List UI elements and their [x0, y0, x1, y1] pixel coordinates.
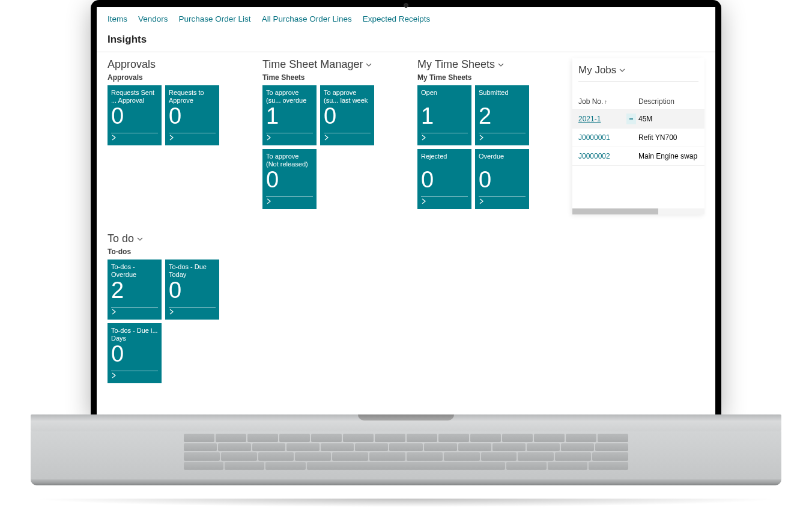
tile-requests-sent[interactable]: Requests Sent ... Approval 0	[108, 85, 162, 145]
nav-items[interactable]: Items	[108, 14, 127, 23]
chevron-down-icon	[365, 59, 372, 71]
chevron-right-icon	[421, 196, 427, 207]
section-todo-title[interactable]: To do	[108, 232, 704, 245]
chevron-right-icon	[111, 306, 117, 317]
chevron-down-icon	[619, 65, 626, 77]
tile-divider	[324, 133, 371, 133]
jobs-header: Job No.↑ Description	[572, 97, 704, 110]
tile-approve-overdue[interactable]: To approve (su... overdue 1	[262, 85, 317, 145]
insights-bar: Insights	[97, 30, 715, 52]
jobs-table: Job No.↑ Description 2021-1 45M J0000001…	[572, 97, 704, 166]
tile-label: Submitted	[479, 89, 526, 105]
laptop-shadow	[31, 499, 781, 507]
row-menu-icon[interactable]	[626, 132, 636, 143]
chevron-right-icon	[421, 132, 427, 143]
tile-submitted[interactable]: Submitted 2	[475, 85, 529, 145]
tile-divider	[421, 196, 468, 197]
tile-label: To approve (su... last week	[324, 89, 371, 105]
tile-divider	[111, 307, 158, 308]
section-approvals-subtitle: Approvals	[108, 73, 258, 82]
tile-value: 0	[421, 168, 468, 191]
chevron-right-icon	[169, 132, 175, 143]
section-mts-subtitle: My Time Sheets	[417, 73, 568, 82]
tile-value: 1	[266, 105, 313, 127]
nav-purchase-order-list[interactable]: Purchase Order List	[179, 14, 251, 23]
tile-divider	[421, 133, 468, 133]
section-tsm-title[interactable]: Time Sheet Manager	[262, 58, 413, 71]
jobs-col-jobno-text: Job No.	[578, 97, 603, 106]
chevron-right-icon	[324, 132, 330, 143]
tile-divider	[266, 133, 313, 133]
tile-approve-lastweek[interactable]: To approve (su... last week 0	[320, 85, 374, 145]
section-approvals-title: Approvals	[108, 58, 258, 71]
nav-all-po-lines[interactable]: All Purchase Order Lines	[262, 14, 352, 23]
tile-value: 0	[169, 105, 216, 127]
keyboard	[184, 434, 628, 470]
tile-value: 0	[266, 168, 313, 191]
navbar: Items Vendors Purchase Order List All Pu…	[97, 7, 715, 30]
tile-label: Requests Sent ... Approval	[111, 89, 158, 105]
chevron-right-icon	[111, 370, 117, 381]
laptop-frame: Items Vendors Purchase Order List All Pu…	[91, 0, 721, 416]
tile-value: 2	[479, 105, 526, 127]
tile-todos-due-today[interactable]: To-dos - Due Today 0	[165, 260, 219, 320]
job-no-link[interactable]: J0000002	[578, 152, 626, 160]
tile-rejected[interactable]: Rejected 0	[417, 149, 471, 209]
tile-divider	[111, 133, 158, 133]
job-row[interactable]: J0000002 Main Engine swap	[572, 147, 704, 166]
jobs-col-jobno[interactable]: Job No.↑	[578, 97, 626, 106]
tile-divider	[169, 307, 216, 308]
jobs-scrollbar[interactable]	[572, 208, 704, 214]
job-no-link[interactable]: J0000001	[578, 133, 626, 142]
mts-tiles: Open 1 Submitted 2 Rejected 0	[417, 85, 568, 209]
tile-divider	[111, 371, 158, 371]
job-row[interactable]: 2021-1 45M	[572, 110, 704, 129]
tile-value: 0	[111, 342, 158, 365]
tile-divider	[169, 133, 216, 133]
my-jobs-title-text: My Jobs	[578, 64, 616, 76]
section-approvals: Approvals Approvals Requests Sent ... Ap…	[108, 58, 258, 214]
screen: Items Vendors Purchase Order List All Pu…	[97, 7, 715, 416]
my-jobs-title[interactable]: My Jobs	[572, 64, 704, 81]
tile-value: 0	[111, 105, 158, 127]
section-mts: My Time Sheets My Time Sheets Open 1 Sub…	[417, 58, 568, 214]
chevron-down-icon	[136, 233, 144, 246]
tile-divider	[266, 196, 313, 197]
section-todo-title-text: To do	[108, 232, 134, 245]
tile-open[interactable]: Open 1	[417, 85, 471, 145]
insights-title: Insights	[108, 34, 704, 46]
tile-label: To-dos - Overdue	[111, 263, 158, 279]
job-no-link[interactable]: 2021-1	[578, 115, 626, 123]
tile-value: 0	[324, 105, 371, 127]
jobs-scrollbar-thumb[interactable]	[572, 208, 658, 214]
chevron-right-icon	[266, 132, 272, 143]
tile-todos-overdue[interactable]: To-dos - Overdue 2	[108, 260, 162, 320]
nav-vendors[interactable]: Vendors	[138, 14, 168, 23]
tile-value: 2	[111, 279, 158, 302]
tile-label: Open	[421, 89, 468, 105]
tile-label: To approve (Not released)	[266, 153, 313, 168]
todo-tiles: To-dos - Overdue 2 To-dos - Due Today 0 …	[108, 260, 228, 383]
tile-label: Requests to Approve	[169, 89, 216, 105]
tile-value: 0	[479, 168, 526, 191]
section-todo-subtitle: To-dos	[108, 247, 704, 256]
job-row[interactable]: J0000001 Refit YN700	[572, 129, 704, 147]
tile-label: Rejected	[421, 153, 468, 168]
section-mts-title[interactable]: My Time Sheets	[417, 58, 568, 71]
tile-overdue[interactable]: Overdue 0	[475, 149, 529, 209]
row-menu-icon[interactable]	[626, 151, 636, 162]
job-description: Main Engine swap	[638, 152, 698, 160]
section-todo: To do To-dos To-dos - Overdue 2 To-dos -…	[97, 226, 715, 383]
tile-requests-to-approve[interactable]: Requests to Approve 0	[165, 85, 219, 145]
tile-approve-notreleased[interactable]: To approve (Not released) 0	[262, 149, 317, 209]
row-menu-icon[interactable]	[626, 114, 636, 124]
my-jobs-panel: My Jobs Job No.↑ Description 2021-1 45M	[572, 58, 704, 214]
tile-label: To-dos - Due Today	[169, 263, 216, 279]
jobs-divider	[578, 81, 698, 82]
jobs-col-description[interactable]: Description	[638, 97, 698, 106]
nav-expected-receipts[interactable]: Expected Receipts	[363, 14, 431, 23]
section-tsm: Time Sheet Manager Time Sheets To approv…	[262, 58, 413, 214]
tile-todos-due-in-days[interactable]: To-dos - Due i... Days 0	[108, 323, 162, 383]
section-approvals-title-text: Approvals	[108, 58, 156, 71]
laptop-base-front	[31, 479, 781, 485]
